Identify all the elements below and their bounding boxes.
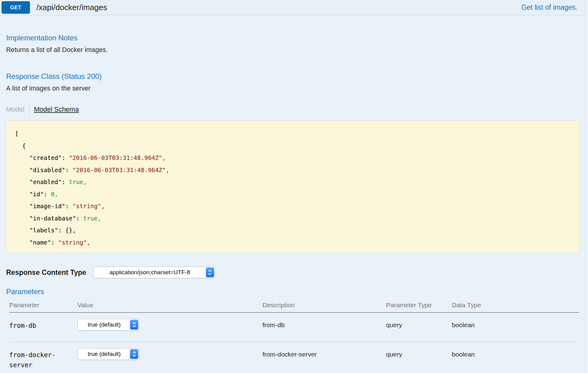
- tab-divider: [29, 103, 29, 116]
- col-header-description: Description: [262, 301, 386, 309]
- tab-model[interactable]: Model: [6, 105, 24, 113]
- from-db-selected-value: true (default): [78, 321, 130, 328]
- parameter-name: from-docker-server: [9, 348, 77, 370]
- model-tabs: Model Model Schema: [6, 103, 579, 116]
- operation-header[interactable]: GET /xapi/docker/images Get list of imag…: [0, 0, 585, 15]
- from-db-value-select[interactable]: true (default): [77, 319, 140, 331]
- parameter-description: from-db: [262, 319, 386, 331]
- parameter-name: from-db: [9, 319, 77, 331]
- model-schema-code-block[interactable]: [ { "created": "2016-06-03T03:31:48.964Z…: [6, 120, 579, 253]
- parameter-data-type: boolean: [452, 348, 579, 370]
- response-content-type-value: application/json;charset=UTF-8: [93, 269, 206, 276]
- http-method-badge[interactable]: GET: [2, 1, 30, 14]
- implementation-notes-text: Returns a list of all Docker images.: [6, 46, 579, 54]
- from-docker-server-selected-value: true (default): [78, 351, 130, 357]
- response-content-type-row: Response Content Type application/json;c…: [6, 267, 579, 278]
- model-schema-json: [ { "created": "2016-06-03T03:31:48.964Z…: [15, 128, 573, 249]
- parameters-table-header: Parameter Value Description Parameter Ty…: [9, 301, 579, 313]
- swagger-operation-panel: GET /xapi/docker/images Get list of imag…: [0, 0, 586, 373]
- col-header-data-type: Data Type: [452, 301, 579, 309]
- operation-summary-link[interactable]: Get list of images.: [521, 3, 578, 12]
- response-class-heading: Response Class (Status 200): [6, 72, 579, 81]
- parameter-row-from-db: from-db true (default) from-db query: [9, 313, 579, 342]
- col-header-parameter: Parameter: [9, 301, 77, 309]
- col-header-parameter-type: Parameter Type: [386, 301, 452, 309]
- select-chevrons-icon: [130, 320, 138, 330]
- parameter-data-type: boolean: [452, 319, 579, 331]
- implementation-notes-heading: Implementation Notes: [6, 34, 579, 42]
- response-content-type-select[interactable]: application/json;charset=UTF-8: [93, 267, 215, 278]
- select-chevrons-icon: [206, 268, 214, 277]
- parameters-heading: Parameters: [6, 287, 579, 296]
- col-header-value: Value: [77, 301, 262, 309]
- from-docker-server-value-select[interactable]: true (default): [77, 348, 140, 360]
- select-chevrons-icon: [130, 349, 138, 359]
- parameters-table: Parameter Value Description Parameter Ty…: [6, 301, 579, 373]
- parameter-description: from-docker-server: [262, 348, 386, 370]
- response-content-type-label: Response Content Type: [6, 268, 86, 277]
- operation-content: Implementation Notes Returns a list of a…: [0, 34, 585, 373]
- parameter-type: query: [386, 319, 452, 331]
- response-class-description: A list of images on the server: [6, 85, 579, 92]
- endpoint-path-link[interactable]: /xapi/docker/images: [36, 3, 107, 12]
- parameter-row-from-docker-server: from-docker-server true (default) from-d…: [9, 342, 579, 373]
- tab-model-schema[interactable]: Model Schema: [34, 105, 79, 113]
- parameter-type: query: [386, 348, 452, 370]
